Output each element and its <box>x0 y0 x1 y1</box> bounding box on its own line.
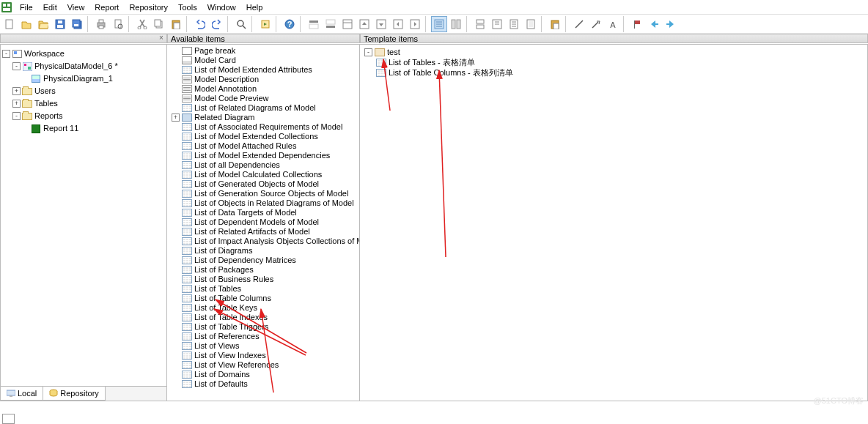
menu-edit[interactable]: Edit <box>38 1 62 13</box>
tab-local[interactable]: Local <box>1 387 43 401</box>
workspace-root[interactable]: - Workspace <box>2 48 165 60</box>
available-item[interactable]: Model Description <box>169 75 359 84</box>
available-item[interactable]: List of Business Rules <box>169 275 359 284</box>
workspace-tree[interactable]: - Workspace -PhysicalDataModel_6 *Physic… <box>1 45 166 386</box>
tab-repository[interactable]: Repository <box>43 387 106 401</box>
available-item[interactable]: List of Related Diagrams of Model <box>169 103 359 113</box>
copy-button[interactable] <box>151 16 167 32</box>
menu-repository[interactable]: Repository <box>124 1 173 13</box>
text-tool-button[interactable]: A <box>605 16 621 32</box>
page-break-button[interactable] <box>472 16 488 32</box>
template-item[interactable]: List of Table Columns - 表格列清单 <box>361 67 866 78</box>
save-button[interactable] <box>52 16 68 32</box>
expand-icon[interactable]: + <box>12 100 21 108</box>
expand-icon[interactable]: - <box>12 112 21 120</box>
expand-icon[interactable]: - <box>364 48 372 56</box>
available-item[interactable]: List of Data Targets of Model <box>169 208 359 217</box>
footer-toggle-button[interactable] <box>323 16 339 32</box>
template-root[interactable]: - test <box>361 47 866 57</box>
available-item[interactable]: List of Table Keys <box>169 303 359 313</box>
available-item[interactable]: List of Model Extended Dependencies <box>169 151 359 160</box>
available-item[interactable]: List of Generated Objects of Model <box>169 179 359 189</box>
available-item[interactable]: List of Domains <box>169 370 359 379</box>
cut-button[interactable] <box>134 16 150 32</box>
menu-window[interactable]: Window <box>202 1 241 13</box>
available-item[interactable]: List of Table Indexes <box>169 313 359 322</box>
generate-button[interactable] <box>257 16 273 32</box>
available-item[interactable]: Model Code Preview <box>169 94 359 103</box>
menu-tools[interactable]: Tools <box>173 1 202 13</box>
section-add-button[interactable] <box>339 16 356 32</box>
available-item[interactable]: Page break <box>169 46 359 56</box>
line-tool-button[interactable] <box>571 16 587 32</box>
expand-icon[interactable]: + <box>172 114 180 122</box>
available-item[interactable]: List of Associated Requirements of Model <box>169 122 359 132</box>
available-item[interactable]: List of Objects in Related Diagrams of M… <box>169 198 359 208</box>
find-button[interactable] <box>233 16 249 32</box>
available-item[interactable]: List of Table Columns <box>169 294 359 303</box>
flag-button[interactable] <box>629 16 645 32</box>
undo-button[interactable] <box>192 16 208 32</box>
paste-button[interactable] <box>168 16 184 32</box>
available-item[interactable]: List of Packages <box>169 265 359 275</box>
menu-help[interactable]: Help <box>241 1 268 13</box>
workspace-node[interactable]: +Tables <box>2 97 165 110</box>
new-button[interactable] <box>1 16 18 32</box>
outdent-button[interactable] <box>390 16 406 32</box>
menu-file[interactable]: File <box>15 1 38 13</box>
indent-button[interactable] <box>407 16 423 32</box>
workspace-node[interactable]: PhysicalDiagram_1 <box>2 72 165 85</box>
available-item[interactable]: List of Table Triggers <box>169 322 359 332</box>
available-item[interactable]: List of Model Calculated Collections <box>169 170 359 179</box>
available-item[interactable]: List of Generation Source Objects of Mod… <box>169 189 359 198</box>
available-item[interactable]: List of View Indexes <box>169 351 359 360</box>
available-item[interactable]: List of Tables <box>169 284 359 294</box>
menu-report[interactable]: Report <box>89 1 124 13</box>
help-button[interactable]: ? <box>282 16 298 32</box>
available-item[interactable]: List of Defaults <box>169 379 359 389</box>
available-item[interactable]: List of Related Artifacts of Model <box>169 227 359 237</box>
view-mode-2-button[interactable] <box>448 16 464 32</box>
save-all-button[interactable] <box>69 16 85 32</box>
properties-button[interactable] <box>506 16 522 32</box>
available-item[interactable]: List of Diagrams <box>169 246 359 256</box>
available-item[interactable]: List of References <box>169 332 359 341</box>
folder-open-button[interactable] <box>35 16 51 32</box>
expand-icon[interactable]: - <box>12 62 21 70</box>
forward-arrow-button[interactable] <box>663 16 679 32</box>
status-bar-tab[interactable] <box>2 414 15 424</box>
redo-button[interactable] <box>209 16 225 32</box>
available-items-tree[interactable]: Page breakModel CardList of Model Extend… <box>167 45 359 401</box>
available-item[interactable]: List of Model Extended Collections <box>169 132 359 141</box>
workspace-node[interactable]: -Reports <box>2 110 165 122</box>
available-item[interactable]: List of Model Extended Attributes <box>169 65 359 75</box>
workspace-node[interactable]: Report 11 <box>2 122 165 135</box>
paste-report-button[interactable] <box>547 16 563 32</box>
arrow-tool-button[interactable] <box>588 16 604 32</box>
available-item[interactable]: List of View References <box>169 360 359 370</box>
available-item[interactable]: +Related Diagram <box>169 113 359 122</box>
available-item[interactable]: List of all Dependencies <box>169 160 359 170</box>
workspace-node[interactable]: -PhysicalDataModel_6 * <box>2 60 165 72</box>
available-item[interactable]: Model Card <box>169 56 359 65</box>
workspace-close-icon[interactable]: × <box>158 34 165 42</box>
available-item[interactable]: Model Annotation <box>169 84 359 94</box>
expand-icon[interactable]: + <box>12 87 21 95</box>
header-toggle-button[interactable] <box>306 16 322 32</box>
view-mode-1-button[interactable] <box>431 16 447 32</box>
template-item[interactable]: List of Tables - 表格清单 <box>361 57 866 67</box>
print-button[interactable] <box>93 16 109 32</box>
available-item[interactable]: List of Model Attached Rules <box>169 141 359 151</box>
print-preview-button[interactable] <box>110 16 126 32</box>
menu-view[interactable]: View <box>62 1 90 13</box>
available-item[interactable]: List of Impact Analysis Objects Collecti… <box>169 237 359 246</box>
expand-icon[interactable]: - <box>2 50 10 58</box>
template-items-tree[interactable]: - test List of Tables - 表格清单List of Tabl… <box>360 45 867 80</box>
move-up-button[interactable] <box>356 16 372 32</box>
back-arrow-button[interactable] <box>646 16 662 32</box>
available-item[interactable]: List of Dependent Models of Model <box>169 217 359 227</box>
move-down-button[interactable] <box>373 16 389 32</box>
available-item[interactable]: List of Dependency Matrices <box>169 256 359 265</box>
workspace-node[interactable]: +Users <box>2 85 165 97</box>
open-button[interactable] <box>18 16 34 32</box>
